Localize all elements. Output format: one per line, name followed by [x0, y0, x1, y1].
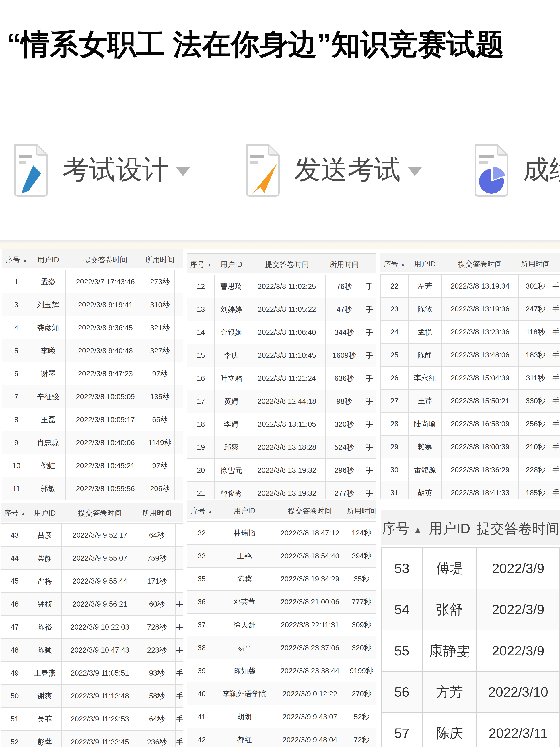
table-cell: 2022/3/8 19:34:29: [273, 567, 347, 590]
table-cell: 易平: [216, 636, 273, 659]
table-row: 45严梅2022/3/9 9:55:44171秒: [1, 570, 183, 593]
column-header[interactable]: [363, 254, 376, 275]
table-cell: 钟桢: [28, 593, 62, 616]
results-table-1: 序号▲用户ID提交答卷时间所用时间1孟焱2022/3/7 17:43:46273…: [0, 249, 183, 500]
menu-exam-design[interactable]: 考试设计: [11, 142, 190, 197]
table-cell: 18: [187, 413, 215, 436]
column-header[interactable]: 用户ID: [216, 500, 273, 521]
table-cell: 50: [1, 685, 28, 707]
table-cell: 524秒: [326, 436, 363, 459]
column-header[interactable]: 所用时间: [138, 503, 176, 523]
table-cell: 2022/3/8 15:04:39: [441, 366, 518, 389]
section-shadow: [0, 240, 560, 243]
table-cell: 2022/3/8 18:54:40: [273, 544, 347, 567]
results-table-3: 序号▲用户ID提交答卷时间所用时间22左芳2022/3/8 13:19:3430…: [380, 253, 560, 499]
table-cell: 777秒: [347, 590, 376, 613]
column-header[interactable]: 提交答卷时间: [62, 503, 138, 523]
table-cell: 手: [363, 367, 376, 390]
column-header[interactable]: 用户ID: [31, 249, 65, 270]
table-row: 17黄婧2022/3/8 12:44:1898秒手: [187, 390, 376, 413]
table-cell: 52秒: [347, 705, 376, 728]
table-cell: 王春燕: [28, 662, 62, 685]
table-cell: 56: [381, 671, 423, 713]
column-header[interactable]: 所用时间: [518, 254, 552, 275]
column-header[interactable]: 提交答卷时间: [273, 500, 347, 521]
table-cell: 52: [1, 730, 28, 747]
menu-send-exam[interactable]: 发送考试: [243, 142, 422, 197]
table-cell: 2022/3/11: [477, 713, 560, 747]
table-cell: 2022/3/8 13:19:36: [441, 298, 518, 320]
table-cell: 都红: [216, 728, 273, 747]
table-row: 42都红2022/3/9 9:48:0472秒: [187, 728, 376, 747]
table-cell: [175, 293, 183, 316]
table-cell: 2022/3/8 13:48:06: [441, 343, 518, 366]
table-row: 10倪虹2022/3/8 10:49:2197秒: [2, 454, 183, 477]
column-header[interactable]: 序号▲: [187, 254, 215, 275]
table-cell: 手: [363, 344, 376, 367]
table-row: 25陈静2022/3/8 13:48:06183秒手: [380, 343, 560, 366]
column-header[interactable]: 提交答卷时间: [65, 249, 145, 270]
table-cell: 手: [176, 730, 183, 747]
table-cell: [176, 523, 183, 546]
table-cell: 171秒: [138, 570, 176, 593]
table-cell: 彭蓉: [28, 730, 62, 747]
column-header[interactable]: 所用时间: [145, 249, 175, 270]
table-row: 47陈裕2022/3/9 10:22:03728秒手: [1, 616, 183, 639]
column-header[interactable]: 用户ID: [215, 254, 248, 275]
table-cell: 31: [380, 481, 408, 499]
table-cell: 51: [1, 707, 28, 730]
column-header[interactable]: 序号▲: [381, 510, 423, 548]
column-header[interactable]: [175, 249, 183, 270]
table-cell: 2022/3/8 21:00:06: [273, 590, 347, 613]
column-header[interactable]: 所用时间: [347, 500, 376, 521]
column-header[interactable]: [552, 254, 560, 275]
sort-ascending-icon: ▲: [414, 525, 422, 535]
table-cell: 胡朗: [216, 705, 273, 728]
table-row: 13刘婷婷2022/3/8 11:05:2247秒手: [187, 298, 376, 321]
sort-ascending-icon: ▲: [208, 509, 213, 514]
table-cell: 林瑞韬: [216, 521, 273, 544]
table-cell: 邓芸萱: [216, 590, 273, 613]
table-cell: 吴菲: [28, 707, 62, 730]
table-cell: 2022/3/9 11:29:53: [62, 707, 138, 730]
table-cell: 14: [187, 321, 215, 344]
column-header[interactable]: 序号▲: [380, 254, 408, 275]
column-header[interactable]: 用户ID: [28, 503, 62, 523]
column-header[interactable]: 所用时间: [326, 254, 363, 275]
table-cell: 手: [552, 389, 560, 412]
table-cell: 2022/3/8 13:18:28: [248, 436, 325, 459]
column-header[interactable]: 提交答卷时间: [248, 254, 325, 275]
table-cell: 58秒: [138, 685, 176, 707]
column-header[interactable]: 序号▲: [2, 249, 31, 270]
table-cell: 手: [552, 412, 560, 435]
table-row: 14金银姬2022/3/8 11:06:40344秒手: [187, 321, 376, 344]
table-cell: 手: [363, 436, 376, 459]
table-cell: 39: [187, 659, 216, 682]
column-header[interactable]: 序号▲: [1, 503, 28, 523]
table-cell: 3: [2, 293, 31, 316]
table-cell: 王磊: [31, 408, 65, 431]
table-cell: 2022/3/8 13:23:36: [441, 320, 518, 343]
divider: [8, 96, 560, 96]
table-row: 27王芹2022/3/8 15:50:21330秒手: [380, 389, 560, 412]
table-cell: 310秒: [145, 293, 175, 316]
menu-scores[interactable]: 成绩: [472, 142, 560, 197]
table-cell: 2022/3/8 12:44:18: [248, 390, 325, 413]
table-row: 31胡英2022/3/8 18:41:33185秒手: [380, 481, 560, 499]
table-cell: 97秒: [145, 362, 175, 385]
column-header[interactable]: [176, 503, 183, 523]
column-header[interactable]: 提交答卷时间: [477, 510, 560, 548]
column-header[interactable]: 序号▲: [187, 500, 216, 521]
table-cell: 手: [363, 459, 376, 482]
column-header[interactable]: 用户ID: [423, 510, 477, 548]
column-header[interactable]: 提交答卷时间: [441, 254, 518, 275]
column-header[interactable]: 用户ID: [408, 254, 441, 275]
table-row: 19邱爽2022/3/8 13:18:28524秒手: [187, 436, 376, 459]
table-cell: 2022/3/8 9:40:48: [65, 339, 145, 362]
table-cell: 320秒: [347, 636, 376, 659]
table-cell: 陈骥: [216, 567, 273, 590]
table-cell: 327秒: [145, 339, 175, 362]
table-row: 15李庆2022/3/8 11:10:451609秒手: [187, 344, 376, 367]
table-cell: 左芳: [408, 275, 441, 298]
table-cell: 321秒: [145, 316, 175, 339]
